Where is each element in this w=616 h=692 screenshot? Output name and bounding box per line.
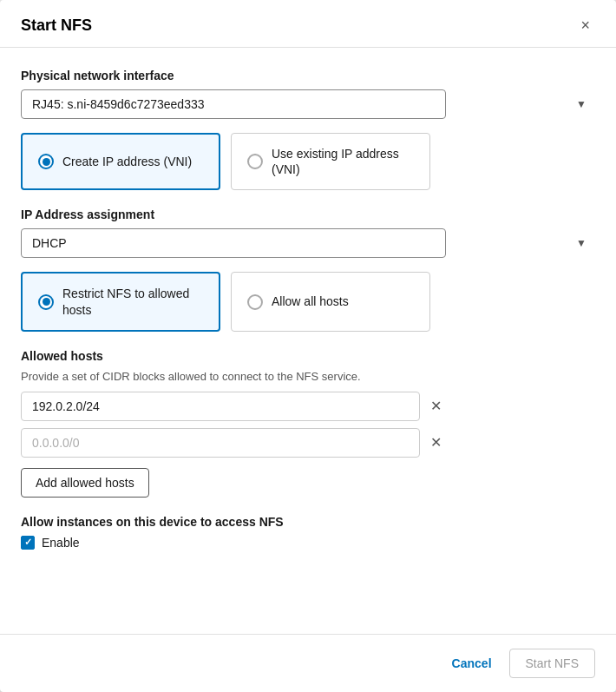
restrict-nfs-radio-icon — [38, 294, 54, 310]
allow-all-hosts-option[interactable]: Allow all hosts — [231, 272, 430, 331]
add-allowed-hosts-button[interactable]: Add allowed hosts — [21, 468, 149, 498]
host-entry-0: ✕ — [21, 392, 595, 421]
allow-all-hosts-radio-icon — [247, 294, 263, 310]
use-existing-ip-radio-icon — [247, 154, 263, 169]
start-nfs-button[interactable]: Start NFS — [509, 649, 595, 678]
vni-radio-group: Create IP address (VNI) Use existing IP … — [21, 133, 595, 190]
create-ip-option[interactable]: Create IP address (VNI) — [21, 133, 220, 190]
dialog-footer: Cancel Start NFS — [0, 634, 616, 692]
restrict-nfs-option[interactable]: Restrict NFS to allowed hosts — [21, 272, 220, 331]
nfs-restriction-radio-group: Restrict NFS to allowed hosts Allow all … — [21, 272, 595, 331]
allowed-hosts-label: Allowed hosts — [21, 349, 595, 363]
ip-assignment-select[interactable]: DHCP — [21, 228, 446, 258]
allow-all-hosts-label: Allow all hosts — [272, 293, 349, 309]
host-input-0[interactable] — [21, 392, 420, 421]
ip-assignment-select-wrapper: DHCP ▼ — [21, 228, 595, 258]
restrict-nfs-label: Restrict NFS to allowed hosts — [62, 286, 203, 317]
cancel-button[interactable]: Cancel — [449, 649, 495, 677]
host-entry-1: ✕ — [21, 428, 595, 458]
allowed-hosts-description: Provide a set of CIDR blocks allowed to … — [21, 370, 595, 383]
create-ip-label: Create IP address (VNI) — [62, 154, 192, 169]
create-ip-radio-icon — [38, 154, 54, 169]
enable-checkbox-label: Enable — [42, 536, 80, 550]
physical-interface-select[interactable]: RJ45: s.ni-8459d6c7273eed333 — [21, 89, 446, 119]
enable-checkbox-row: Enable — [21, 536, 595, 550]
use-existing-ip-option[interactable]: Use existing IP address (VNI) — [231, 133, 430, 190]
ip-assignment-chevron-icon: ▼ — [576, 237, 587, 249]
enable-section-label: Allow instances on this device to access… — [21, 515, 595, 529]
dialog-title: Start NFS — [21, 16, 92, 35]
enable-checkbox[interactable] — [21, 536, 35, 550]
host-input-1[interactable] — [21, 428, 420, 458]
ip-assignment-label: IP Address assignment — [21, 208, 595, 221]
dialog-body: Physical network interface RJ45: s.ni-84… — [0, 48, 616, 634]
physical-interface-chevron-icon: ▼ — [576, 98, 587, 110]
use-existing-ip-label: Use existing IP address (VNI) — [272, 146, 414, 177]
start-nfs-dialog: Start NFS × Physical network interface R… — [0, 0, 616, 692]
physical-interface-select-wrapper: RJ45: s.ni-8459d6c7273eed333 ▼ — [21, 89, 595, 119]
clear-host-1-button[interactable]: ✕ — [427, 432, 445, 453]
close-button[interactable]: × — [575, 16, 595, 35]
clear-host-0-button[interactable]: ✕ — [427, 396, 445, 417]
allowed-hosts-section: Allowed hosts Provide a set of CIDR bloc… — [21, 349, 595, 498]
enable-section: Allow instances on this device to access… — [21, 515, 595, 550]
physical-interface-label: Physical network interface — [21, 69, 595, 82]
dialog-header: Start NFS × — [0, 0, 616, 48]
